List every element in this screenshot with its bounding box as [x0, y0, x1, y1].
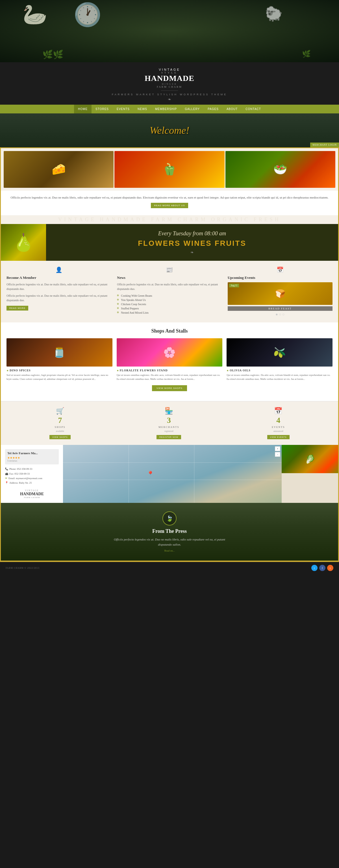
shop-img-3: 🫒 — [227, 338, 333, 367]
stat-events: 📅 4 EVENTS announced VIEW EVENTS — [267, 407, 290, 439]
contact-phone: 📞Phone: 052-358-09-33 — [5, 467, 59, 471]
map-zoom-out[interactable]: − — [275, 452, 280, 457]
merchants-label: MERCHANTS — [159, 426, 179, 429]
shop-img-1: 🫙 — [6, 338, 112, 367]
stat-merchants: 🏪 3 MERCHANTS registered REGISTER NOW — [157, 407, 181, 439]
footer-copyright: FARM CHARM © 2022/2013 — [6, 567, 39, 569]
pear-emoji: 🍐 — [13, 232, 34, 253]
hero-clock-icon: 🕐 — [73, 1, 102, 28]
events-icon: 📅 — [228, 267, 333, 273]
news-item-4[interactable]: Stuffed Peppers — [117, 306, 222, 311]
facebook-icon[interactable]: f — [319, 565, 326, 571]
contact-fax: 📠Fax: 052-358-09-33 — [5, 471, 59, 476]
shops-label: SHOPS — [55, 426, 65, 429]
rss-icon[interactable]: r — [327, 565, 333, 571]
logo-section: VINTAGE STYLE HANDMADE HINGER FARM CHARM… — [0, 62, 339, 105]
logo-tagline: FARMERS MARKET STYLISH WORDPRESS THEME — [3, 93, 336, 96]
pear-decoration: 🍐 — [1, 224, 46, 261]
shops-cart-icon: 🛒 — [56, 407, 64, 415]
navigation: HOME STORES EVENTS NEWS MEMBERSHIP GALLE… — [0, 105, 339, 114]
nav-pages[interactable]: PAGES — [204, 105, 223, 114]
register-now-btn[interactable]: REGISTER NOW — [157, 435, 181, 439]
map-section: Tel Aviv Farmers Ma... ★★★★★ 5 reviews 📞… — [1, 445, 338, 503]
events-label: EVENTS — [272, 426, 285, 429]
shop-name-1[interactable]: DINO SPICES — [6, 369, 112, 372]
news-item-1[interactable]: Cooking With Green Beans — [117, 293, 222, 298]
press-read-more-link[interactable]: Read on... — [6, 549, 333, 552]
market-photo: 🥬 — [282, 445, 338, 473]
photo-cheese: 🧀 — [4, 151, 113, 188]
news-icon: 📰 — [117, 267, 222, 273]
map-card-title: Tel Aviv Farmers Ma... — [7, 452, 57, 455]
news-title: News — [117, 276, 222, 280]
shop-name-3[interactable]: OLIVIA OILS — [227, 369, 333, 372]
map-logo-small: VINTAGE HANDMADE FARM CHARM — [5, 489, 59, 499]
shop-floralite: 🌸 FLORALITE FLOWERS STAND Qui ut iuvaro … — [117, 338, 223, 381]
shops-section: Shops And Stalls 🫙 DINO SPICES Sed ut iu… — [1, 322, 338, 401]
nav-about[interactable]: ABOUT — [223, 105, 241, 114]
news-item-3[interactable]: Chicken Coop Secrets — [117, 302, 222, 306]
member-read-more-btn[interactable]: READ MORE — [6, 306, 28, 311]
news-item-2[interactable]: You Speaks About Us — [117, 298, 222, 302]
tuesday-ornament: ❧ — [55, 250, 330, 255]
three-column-section: 👤 Become A Member Officiis perfecto lege… — [1, 261, 338, 322]
welcome-banner: Welcome! MERCHANT LOGIN — [0, 114, 339, 147]
contact-address: 📍Address: Ruby Str. 25 — [5, 480, 59, 485]
events-calendar-icon: 📅 — [274, 407, 282, 415]
pepper-icon: 🫑 — [114, 151, 224, 188]
event-label: BREAD FEAST — [228, 306, 333, 311]
social-icons: t f r — [311, 565, 333, 571]
cheese-icon: 🧀 — [4, 151, 113, 188]
hero-area: 🦢 🕐 🐑 🌿🌿 🌿 — [0, 0, 339, 62]
event-tag-badge: Aug 11 — [229, 284, 239, 287]
shop-desc-1: Sed ut iuvaret omnibus eaglestec, fugit … — [6, 373, 112, 381]
nav-home[interactable]: HOME — [74, 105, 92, 114]
merchant-login-btn[interactable]: MERCHANT LOGIN — [310, 143, 339, 147]
view-more-shops-btn[interactable]: VIEW MORE SHOPS — [152, 385, 187, 391]
nav-stores[interactable]: STORES — [92, 105, 113, 114]
watermark: VINTAGE HANDMADE FARM CHARM ORGANIC FRES… — [1, 215, 338, 224]
photo-vegetables: 🥗 — [226, 151, 335, 188]
tuesday-line2: FLOWERS WINES FRUITS — [55, 239, 330, 248]
nav-contact[interactable]: CONTACT — [241, 105, 265, 114]
map-zoom-in[interactable]: + — [275, 446, 280, 451]
press-icon-container: 🍃 — [163, 512, 176, 526]
shops-title: Shops And Stalls — [6, 328, 333, 334]
map-visual: 📍 + − — [63, 445, 282, 503]
logo-hinger: HINGER — [3, 83, 336, 85]
event-preview: 🍞 Aug 11 — [228, 282, 333, 305]
map-pin-icon: 📍 — [147, 471, 154, 477]
news-text: Officiis perfecto legendos vix at. Duo n… — [117, 282, 222, 291]
footer: FARM CHARM © 2022/2013 t f r — [0, 561, 339, 574]
member-text2: Officiis perfecto legendos vix at. Duo n… — [6, 293, 111, 303]
nav-news[interactable]: NEWS — [134, 105, 151, 114]
shop-desc-3: Qui ut iuvaro omnibus eaglestec. Da atti… — [227, 373, 333, 381]
view-events-btn[interactable]: VIEW EVENTS — [267, 435, 290, 439]
tuesday-banner: 🍐 Every Tuesday from 08:00 am FLOWERS WI… — [1, 224, 338, 261]
news-list: Cooking With Green Beans You Speaks Abou… — [117, 293, 222, 315]
main-content: 🧀 🫑 🥗 Officiis perfecto legendos vix at.… — [0, 147, 339, 562]
nav-gallery[interactable]: GALLERY — [181, 105, 204, 114]
photo-strip: 🧀 🫑 🥗 — [1, 148, 338, 191]
merchants-store-icon: 🏪 — [165, 407, 173, 415]
twitter-icon[interactable]: t — [311, 565, 317, 571]
nav-events[interactable]: EVENTS — [113, 105, 134, 114]
map-right-panel: 🥬 — [282, 445, 338, 503]
merchants-number: 3 — [167, 416, 171, 424]
view-shops-btn[interactable]: VIEW SHOPS — [49, 435, 70, 439]
contact-info: 📞Phone: 052-358-09-33 📠Fax: 052-358-09-3… — [5, 467, 59, 485]
news-item-5[interactable]: Nested And Mixed Lists — [117, 311, 222, 315]
shop-name-2[interactable]: FLORALITE FLOWERS STAND — [117, 369, 223, 372]
hero-leaf-right-icon: 🌿 — [302, 50, 311, 58]
events-col: 📅 Upcoming Events 🍞 Aug 11 BREAD FEAST ●… — [228, 267, 333, 317]
bread-emoji: 🍞 — [275, 289, 285, 299]
map-display[interactable]: 📍 + − — [63, 445, 282, 503]
press-leaf-icon: 🍃 — [166, 515, 173, 522]
press-section: 🍃 From The Press Officiis perfecto legen… — [1, 503, 338, 561]
veggie-icon: 🥗 — [226, 151, 335, 188]
nav-membership[interactable]: MEMBERSHIP — [151, 105, 181, 114]
stats-bar: 🛒 7 SHOPS available VIEW SHOPS 🏪 3 MERCH… — [1, 401, 338, 445]
shops-sublabel: available — [56, 430, 64, 432]
news-col: 📰 News Officiis perfecto legendos vix at… — [117, 267, 222, 317]
read-more-button[interactable]: READ MORE ABOUT US — [151, 203, 189, 208]
